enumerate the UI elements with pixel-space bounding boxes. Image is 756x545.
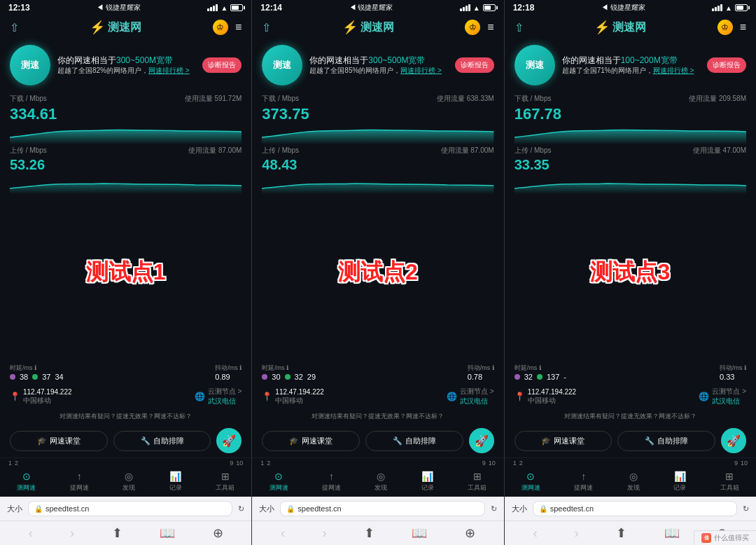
nav-item-speedtest[interactable]: ⊙ 测网速 — [270, 471, 288, 492]
classroom-icon: 🎓 — [289, 436, 299, 446]
status-time: 12:13 — [8, 3, 30, 13]
ip-section: 📍 112.47.194.222 中国移动 — [10, 388, 72, 406]
download-label-row: 下载 / Mbps 使用流量 209.58M — [514, 94, 746, 104]
refresh-icon[interactable]: ↻ — [491, 504, 497, 513]
nav-item-record[interactable]: 📊 记录 — [673, 471, 686, 492]
classroom-button[interactable]: 🎓 网速课堂 — [514, 431, 612, 451]
download-usage: 使用流量 591.72M — [185, 94, 242, 104]
upload-value: 33.35 — [514, 157, 746, 173]
refresh-icon[interactable]: ↻ — [743, 504, 749, 513]
support-button[interactable]: 🔧 自助排障 — [617, 431, 715, 451]
speed-circle[interactable]: 测速 — [10, 45, 50, 85]
latency-label: 时延/ms ℹ — [514, 364, 566, 373]
nav-item-boost[interactable]: ↑ 提网速 — [574, 471, 593, 492]
node-section: 🌐 云测节点 > 武汉电信 — [699, 387, 746, 406]
bookmarks-icon[interactable]: 📖 — [412, 525, 427, 541]
download-chart — [514, 125, 746, 144]
share-browser-icon[interactable]: ⬆ — [616, 525, 626, 541]
stats-area: 下载 / Mbps 使用流量 591.72M 334.61 — [0, 91, 251, 361]
nav-item-discover[interactable]: ◎ 发现 — [627, 471, 640, 492]
download-usage: 使用流量 638.33M — [437, 94, 494, 104]
node-name: 武汉电信 — [460, 396, 494, 406]
support-button[interactable]: 🔧 自助排障 — [365, 431, 463, 451]
bookmarks-icon[interactable]: 📖 — [160, 525, 175, 541]
rocket-button[interactable]: 🚀 — [216, 428, 241, 453]
latency-section: 时延/ms ℹ 38 37 34 — [10, 364, 64, 381]
battery-icon — [483, 4, 496, 11]
phone-panel-1: 12:13 ◀ 锐捷星耀家 ▲ ⇧ ⚡ 测速网 — [0, 0, 252, 545]
nav-boost-label: 提网速 — [70, 483, 89, 492]
browser-bar: 大小 🔒 speedtest.cn ↻ — [0, 497, 251, 520]
phone-panel-3: 12:18 ◀ 锐捷星耀家 ▲ ⇧ ⚡ 测速网 — [505, 0, 756, 545]
diagnose-button[interactable]: 诊断报告 — [202, 57, 241, 73]
crown-icon[interactable]: ♔ — [213, 20, 228, 35]
share-icon[interactable]: ⇧ — [10, 21, 19, 34]
classroom-button[interactable]: 🎓 网速课堂 — [262, 431, 360, 451]
support-button[interactable]: 🔧 自助排障 — [113, 431, 211, 451]
nav-item-record[interactable]: 📊 记录 — [421, 471, 434, 492]
nav-item-discover[interactable]: ◎ 发现 — [374, 471, 387, 492]
browser-nav: ‹ › ⬆ 📖 ⊕ — [252, 520, 503, 545]
rocket-button[interactable]: 🚀 — [721, 428, 746, 453]
nav-num-2: 2 — [13, 460, 20, 467]
nav-item-tools[interactable]: ⊞ 工具箱 — [216, 471, 234, 492]
status-bar: 12:18 ◀ 锐捷星耀家 ▲ — [505, 0, 756, 15]
nav-item-discover[interactable]: ◎ 发现 — [122, 471, 135, 492]
app-logo: ⚡ 测速网 — [594, 20, 646, 35]
upload-chart — [10, 174, 241, 194]
menu-icon[interactable]: ≡ — [235, 21, 241, 34]
forward-button[interactable]: › — [70, 526, 74, 541]
back-button[interactable]: ‹ — [29, 526, 33, 541]
nav-item-speedtest[interactable]: ⊙ 测网速 — [522, 471, 540, 492]
share-browser-icon[interactable]: ⬆ — [112, 525, 122, 541]
url-bar[interactable]: 🔒 speedtest.cn — [533, 501, 737, 516]
text-size-button[interactable]: 大小 — [259, 504, 274, 514]
nav-item-tools[interactable]: ⊞ 工具箱 — [720, 471, 739, 492]
result-main: 你的网速相当于300~500M宽带 — [57, 55, 195, 67]
latency-val-1: 32 — [524, 373, 533, 381]
share-icon[interactable]: ⇧ — [514, 21, 524, 34]
menu-icon[interactable]: ≡ — [740, 21, 746, 34]
bookmarks-icon[interactable]: 📖 — [664, 525, 680, 541]
tabs-icon[interactable]: ⊕ — [213, 525, 223, 541]
nav-item-boost[interactable]: ↑ 提网速 — [70, 471, 89, 492]
menu-icon[interactable]: ≡ — [487, 21, 493, 34]
question-row: 对测速结果有疑问？提速无效果？网速不达标？ — [0, 409, 251, 424]
classroom-button[interactable]: 🎓 网速课堂 — [10, 431, 108, 451]
discover-nav-icon: ◎ — [377, 471, 385, 482]
rocket-button[interactable]: 🚀 — [469, 428, 494, 453]
node-label: 云测节点 > — [712, 387, 746, 396]
share-browser-icon[interactable]: ⬆ — [364, 525, 374, 541]
nav-item-record[interactable]: 📊 记录 — [169, 471, 182, 492]
url-bar[interactable]: 🔒 speedtest.cn — [280, 501, 484, 516]
ip-section: 📍 112.47.194.222 中国移动 — [514, 388, 577, 406]
forward-button[interactable]: › — [575, 526, 579, 541]
wifi-icon: ▲ — [725, 4, 732, 12]
tabs-icon[interactable]: ⊕ — [465, 525, 475, 541]
result-area: 测速 你的网速相当于100~200M宽带 超越了全国71%的网络用户，网速排行榜… — [505, 39, 756, 91]
crown-icon[interactable]: ♔ — [718, 20, 733, 35]
diagnose-button[interactable]: 诊断报告 — [455, 57, 494, 73]
text-size-button[interactable]: 大小 — [512, 504, 527, 514]
result-area: 测速 你的网速相当于300~500M宽带 超越了全国85%的网络用户，网速排行榜… — [252, 39, 503, 91]
refresh-icon[interactable]: ↻ — [238, 504, 244, 513]
node-label: 云测节点 > — [208, 387, 242, 396]
action-buttons: 🎓 网速课堂 🔧 自助排障 🚀 — [252, 424, 503, 457]
url-bar[interactable]: 🔒 speedtest.cn — [28, 501, 232, 516]
forward-button[interactable]: › — [323, 526, 327, 541]
text-size-button[interactable]: 大小 — [7, 504, 22, 514]
nav-item-speedtest[interactable]: ⊙ 测网速 — [17, 471, 36, 492]
back-button[interactable]: ‹ — [281, 526, 285, 541]
back-button[interactable]: ‹ — [533, 526, 537, 541]
diagnose-button[interactable]: 诊断报告 — [707, 57, 746, 73]
nav-item-boost[interactable]: ↑ 提网速 — [322, 471, 341, 492]
download-usage: 使用流量 209.58M — [689, 94, 746, 104]
nav-tools-label: 工具箱 — [216, 483, 234, 492]
share-icon[interactable]: ⇧ — [262, 21, 271, 34]
speed-circle[interactable]: 测速 — [514, 45, 555, 85]
nav-num-10: 10 — [234, 460, 244, 467]
crown-icon[interactable]: ♔ — [465, 20, 480, 35]
download-chart — [10, 125, 241, 144]
speed-circle[interactable]: 测速 — [262, 45, 302, 85]
nav-item-tools[interactable]: ⊞ 工具箱 — [468, 471, 486, 492]
